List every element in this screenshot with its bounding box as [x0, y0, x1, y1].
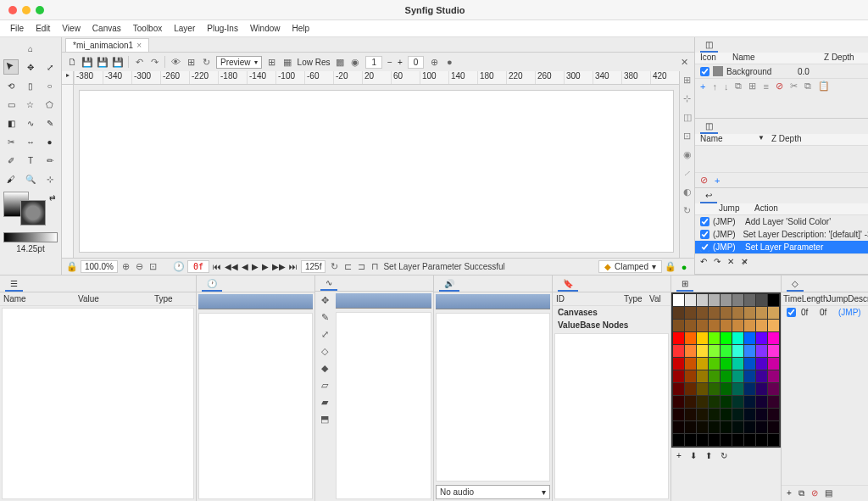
- paste-layer-icon[interactable]: 📋: [818, 81, 830, 92]
- add-layer-icon[interactable]: +: [700, 81, 705, 92]
- params-tab-icon[interactable]: ☰: [5, 277, 23, 292]
- handle-angle-icon[interactable]: ↻: [682, 205, 693, 217]
- undo-icon[interactable]: ↶: [134, 57, 144, 67]
- sketch-tool[interactable]: ✏: [42, 153, 58, 168]
- palette-swatch[interactable]: [685, 421, 696, 433]
- palette-swatch[interactable]: [709, 434, 720, 446]
- remove-group-icon[interactable]: ⊘: [700, 175, 708, 186]
- palette-swatch[interactable]: [673, 294, 684, 306]
- palette-swatch[interactable]: [744, 383, 755, 395]
- palette-swatch[interactable]: [709, 345, 720, 357]
- palette-swatch[interactable]: [732, 320, 743, 331]
- palette-swatch[interactable]: [768, 409, 779, 420]
- audio-dropdown[interactable]: No audio▾: [436, 485, 550, 499]
- transform-tool[interactable]: [3, 59, 19, 75]
- palette-swatch[interactable]: [697, 320, 708, 331]
- layer-visible-checkbox[interactable]: [700, 67, 709, 76]
- clear-undo-icon[interactable]: ✕: [727, 257, 734, 266]
- lock-icon[interactable]: 🔒: [67, 262, 77, 272]
- redo-icon[interactable]: ↷: [714, 257, 721, 266]
- scale-tool[interactable]: ⤢: [42, 59, 58, 75]
- palette-swatch[interactable]: [732, 332, 743, 344]
- menu-plugins[interactable]: Plug-Ins: [202, 22, 243, 35]
- keyframe-row[interactable]: 0f 0f (JMP): [782, 306, 868, 319]
- seek-start-icon[interactable]: ⏮: [213, 262, 221, 271]
- grid-icon[interactable]: ⊞: [267, 57, 277, 67]
- palette-swatch[interactable]: [673, 434, 684, 446]
- curves-tab-icon[interactable]: ∿: [320, 276, 337, 291]
- curve-move-icon[interactable]: ✥: [319, 295, 331, 307]
- palette-swatch[interactable]: [697, 332, 708, 344]
- width-tool[interactable]: ↔: [23, 134, 38, 149]
- snap-icon[interactable]: ⊕: [429, 57, 439, 67]
- palette-swatch[interactable]: [756, 396, 767, 408]
- history-row[interactable]: (JMP) Set Layer Description: '[default]'…: [695, 228, 868, 241]
- rectangle-tool[interactable]: ▭: [3, 97, 19, 112]
- clear-redo-icon[interactable]: ✕̷: [741, 257, 748, 266]
- palette-swatch[interactable]: [732, 307, 743, 319]
- palette-swatch[interactable]: [744, 409, 755, 420]
- keyframe-active-checkbox[interactable]: [787, 308, 796, 317]
- palette-swatch[interactable]: [721, 307, 732, 319]
- history-row[interactable]: (JMP) Add Layer 'Solid Color': [695, 215, 868, 228]
- palette-swatch[interactable]: [721, 332, 732, 344]
- play-icon[interactable]: ▶: [252, 262, 259, 271]
- guides-icon[interactable]: ⊹: [682, 93, 693, 105]
- gradient-swatch[interactable]: [3, 232, 58, 242]
- current-time[interactable]: 0f: [187, 260, 209, 273]
- end-time[interactable]: 125f: [301, 260, 326, 273]
- plus-icon[interactable]: +: [398, 58, 403, 67]
- library-canvases[interactable]: Canvases: [553, 306, 670, 319]
- palette-swatch[interactable]: [744, 434, 755, 446]
- palette-swatch[interactable]: [768, 370, 779, 382]
- pal-add-icon[interactable]: +: [676, 451, 682, 460]
- seek-prev-frame-icon[interactable]: ◀: [242, 262, 248, 271]
- palette-swatch[interactable]: [768, 396, 779, 408]
- zoom-value[interactable]: 100.0%: [81, 260, 118, 273]
- checker-icon[interactable]: ▩: [335, 57, 345, 67]
- keyframe-tab-icon[interactable]: ◇: [787, 277, 804, 292]
- palette-swatch[interactable]: [685, 370, 696, 382]
- menu-file[interactable]: File: [5, 22, 29, 35]
- palette-swatch[interactable]: [697, 396, 708, 408]
- palette-swatch[interactable]: [697, 358, 708, 370]
- layers-tab-icon[interactable]: ◫: [700, 38, 718, 53]
- palette-swatch[interactable]: [744, 294, 755, 306]
- bounds-r-icon[interactable]: ⊐: [356, 262, 366, 272]
- animate-icon[interactable]: ●: [444, 57, 454, 67]
- quality-offset[interactable]: 0: [408, 56, 425, 69]
- palette-tab-icon[interactable]: ⊞: [676, 277, 693, 292]
- palette-swatch[interactable]: [732, 294, 743, 306]
- palette-swatch[interactable]: [697, 409, 708, 420]
- palette-swatch[interactable]: [756, 307, 767, 319]
- palette-swatch[interactable]: [756, 370, 767, 382]
- lower-layer-icon[interactable]: ↓: [724, 81, 729, 92]
- curves-area[interactable]: [336, 312, 431, 499]
- fill-tool[interactable]: ●: [42, 134, 58, 149]
- seek-end-icon[interactable]: ⏭: [289, 262, 298, 271]
- render-icon[interactable]: ⊞: [186, 57, 196, 67]
- palette-swatch[interactable]: [732, 345, 743, 357]
- kf-props-icon[interactable]: ▤: [825, 488, 832, 498]
- palette-swatch[interactable]: [744, 421, 755, 433]
- palette-swatch[interactable]: [685, 383, 696, 395]
- bounds-icon[interactable]: ⊓: [370, 262, 380, 272]
- palette-swatch[interactable]: [744, 396, 755, 408]
- palette-swatch[interactable]: [721, 421, 732, 433]
- palette-swatch[interactable]: [756, 421, 767, 433]
- lowres-icon[interactable]: ▦: [282, 57, 292, 67]
- palette-swatch[interactable]: [709, 396, 720, 408]
- tab-close-icon[interactable]: ×: [136, 41, 142, 50]
- palette-swatch[interactable]: [709, 294, 720, 306]
- palette-swatch[interactable]: [673, 332, 684, 344]
- sound-ruler[interactable]: [436, 294, 550, 309]
- seek-next-kf-icon[interactable]: ▶▶: [272, 262, 286, 271]
- palette-swatch[interactable]: [685, 409, 696, 420]
- add-group-icon[interactable]: +: [715, 175, 720, 186]
- refresh-icon[interactable]: ↻: [201, 57, 211, 67]
- remove-layer-icon[interactable]: ⊘: [776, 81, 783, 92]
- history-row-selected[interactable]: (JMP) Set Layer Parameter: [695, 241, 868, 253]
- palette-swatch[interactable]: [673, 345, 684, 357]
- text-tool[interactable]: T: [23, 153, 38, 168]
- save-as-icon[interactable]: 💾: [97, 57, 108, 67]
